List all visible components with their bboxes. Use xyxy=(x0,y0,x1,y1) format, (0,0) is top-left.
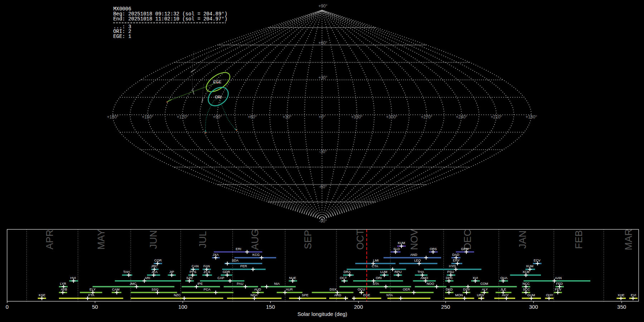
svg-text:+210°: +210° xyxy=(491,114,502,119)
svg-text:NUE: NUE xyxy=(289,276,296,280)
svg-text:-90°: -90° xyxy=(319,219,327,224)
svg-text:THA: THA xyxy=(418,270,424,274)
svg-text:100: 100 xyxy=(178,304,187,310)
svg-text:ORS: ORS xyxy=(430,247,437,251)
svg-text:+30°: +30° xyxy=(318,75,327,80)
svg-text:JAN: JAN xyxy=(517,230,528,249)
svg-text:Solar longitude (deg): Solar longitude (deg) xyxy=(297,311,347,317)
svg-text:JMC: JMC xyxy=(130,282,136,286)
svg-text:APR: APR xyxy=(44,230,55,250)
svg-text:+30°: +30° xyxy=(283,114,292,119)
svg-text:DEC: DEC xyxy=(462,229,473,250)
svg-text:FED: FED xyxy=(556,282,563,286)
svg-text:AVB: AVB xyxy=(61,288,67,291)
svg-text:200: 200 xyxy=(354,304,363,310)
svg-text:CAN: CAN xyxy=(191,264,199,268)
svg-text:OHY: OHY xyxy=(546,293,553,297)
svg-text:GUM: GUM xyxy=(527,293,535,297)
svg-text:KCG: KCG xyxy=(253,253,260,257)
svg-text:0: 0 xyxy=(6,304,9,310)
svg-text:TAH: TAH xyxy=(123,270,130,274)
svg-text:+90°: +90° xyxy=(318,4,327,9)
svg-text:CAM: CAM xyxy=(112,288,119,291)
svg-text:DSX: DSX xyxy=(330,288,336,291)
svg-text:ZCS: ZCS xyxy=(204,270,210,274)
svg-text:FEB: FEB xyxy=(574,230,584,249)
svg-text:AHY: AHY xyxy=(502,293,509,297)
svg-text:NZC: NZC xyxy=(174,293,181,297)
svg-text:CAP: CAP xyxy=(218,276,224,280)
svg-text:SEP: SEP xyxy=(303,230,313,249)
svg-text:OCT: OCT xyxy=(340,276,347,280)
svg-text:KUM: KUM xyxy=(398,241,405,245)
svg-text:EGE: 1: EGE: 1 xyxy=(113,34,131,39)
svg-text:JUL: JUL xyxy=(197,231,208,248)
svg-text:EHY: EHY xyxy=(453,259,460,262)
svg-text:RPU: RPU xyxy=(395,270,402,274)
svg-text:+150°: +150° xyxy=(142,114,153,119)
svg-text:AAN: AAN xyxy=(555,276,562,280)
svg-text:PAU: PAU xyxy=(237,282,243,286)
svg-text:CTA: CTA xyxy=(372,264,379,268)
svg-text:COM: COM xyxy=(480,282,488,286)
svg-text:ELY: ELY xyxy=(89,288,96,291)
svg-text:AUD: AUD xyxy=(254,288,261,291)
svg-text:IPE: IPE xyxy=(197,282,203,286)
svg-text:DPC: DPC xyxy=(446,276,453,280)
svg-text:ARI: ARI xyxy=(145,276,150,280)
svg-text:ORI: ORI xyxy=(376,276,382,280)
svg-text:NTA: NTA xyxy=(386,293,393,297)
svg-text:NCC: NCC xyxy=(522,282,530,286)
svg-text:SCC: SCC xyxy=(523,288,530,291)
svg-text:NIA: NIA xyxy=(274,282,280,286)
svg-text:-60°: -60° xyxy=(319,184,327,189)
svg-text:OCU: OCU xyxy=(357,288,365,291)
svg-text:SSG: SSG xyxy=(152,288,159,291)
svg-text:XHE: XHE xyxy=(618,293,624,297)
svg-text:+240°: +240° xyxy=(456,114,467,119)
svg-text:250: 250 xyxy=(441,304,450,310)
svg-text:PSU: PSU xyxy=(447,270,454,274)
svg-text:SDA: SDA xyxy=(232,259,239,262)
svg-text:JLE: JLE xyxy=(501,288,506,291)
svg-text:HVI: HVI xyxy=(70,276,76,280)
svg-text:AMO: AMO xyxy=(420,276,428,280)
svg-text:+330°: +330° xyxy=(351,114,363,119)
svg-text:HYD: HYD xyxy=(449,264,456,268)
svg-text:EVI: EVI xyxy=(631,293,636,297)
svg-text:JXA: JXA xyxy=(213,253,219,257)
svg-text:PER: PER xyxy=(240,264,247,268)
svg-text:300: 300 xyxy=(529,304,538,310)
svg-text:LYR: LYR xyxy=(60,282,67,286)
svg-text:SZC: SZC xyxy=(186,276,193,280)
svg-text:PPS: PPS xyxy=(190,270,196,274)
svg-text:ARD: ARD xyxy=(334,293,341,297)
svg-text:LUM: LUM xyxy=(380,270,387,274)
svg-text:ALY: ALY xyxy=(482,288,488,291)
svg-text:+60°: +60° xyxy=(248,114,257,119)
svg-text:AUR: AUR xyxy=(286,288,293,291)
svg-text:GDR: GDR xyxy=(223,270,230,274)
svg-text:DKD: DKD xyxy=(446,288,453,291)
svg-text:ECV: ECV xyxy=(533,259,541,262)
svg-text:QUA: QUA xyxy=(500,276,508,280)
svg-text:FAN: FAN xyxy=(203,264,210,268)
svg-text:+180°: +180° xyxy=(526,114,537,119)
svg-text:FEV: FEV xyxy=(555,288,562,291)
svg-text:JRC: JRC xyxy=(151,264,157,268)
svg-text:PCA: PCA xyxy=(204,288,211,291)
svg-text:+0°: +0° xyxy=(319,114,326,119)
svg-text:SLD: SLD xyxy=(393,247,400,251)
svg-text:ERI: ERI xyxy=(236,247,241,251)
svg-text:150: 150 xyxy=(266,304,275,310)
svg-text:JEA: JEA xyxy=(151,270,158,274)
svg-text:MON: MON xyxy=(455,293,463,297)
svg-text:50: 50 xyxy=(92,304,98,310)
svg-text:-30°: -30° xyxy=(319,149,327,154)
svg-text:URS: URS xyxy=(477,293,484,297)
svg-text:XVI: XVI xyxy=(473,276,478,280)
svg-text:+120°: +120° xyxy=(177,114,188,119)
svg-text:SPE: SPE xyxy=(302,293,309,297)
svg-text:EGE: EGE xyxy=(363,293,370,297)
svg-text:GEM: GEM xyxy=(461,247,468,251)
